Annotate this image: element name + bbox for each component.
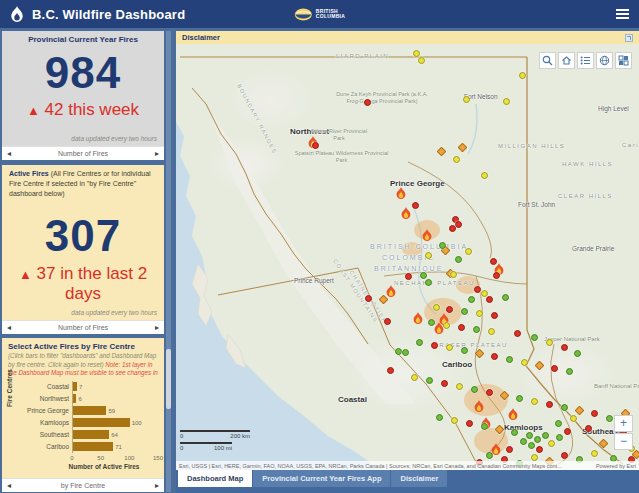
fire-dot-green[interactable]: [534, 436, 541, 443]
fire-dot-green[interactable]: [511, 429, 518, 436]
chart-bar-southeast[interactable]: [73, 430, 109, 439]
fire-dot-green[interactable]: [471, 386, 478, 393]
fire-dot-green[interactable]: [502, 294, 509, 301]
fire-dot-green[interactable]: [395, 348, 402, 355]
tab-dashboard-map[interactable]: Dashboard Map: [178, 470, 252, 487]
fire-dot-red[interactable]: [412, 202, 419, 209]
search-icon[interactable]: [539, 52, 556, 69]
fire-dot-red[interactable]: [441, 380, 448, 387]
pager-prev-icon[interactable]: ◂: [7, 482, 11, 490]
fire-dot-red[interactable]: [561, 452, 568, 459]
fire-of-note-flame-icon[interactable]: [473, 400, 485, 413]
fire-dot-red[interactable]: [491, 353, 498, 360]
fire-dot-yellow[interactable]: [446, 344, 453, 351]
pager-next-icon[interactable]: ▸: [155, 324, 159, 332]
fire-dot-yellow[interactable]: [411, 374, 418, 381]
fire-dot-yellow[interactable]: [453, 156, 460, 163]
menu-hamburger-icon[interactable]: [616, 9, 629, 19]
fire-dot-yellow[interactable]: [433, 304, 440, 311]
fire-dot-green[interactable]: [436, 414, 443, 421]
fire-of-note-flame-icon[interactable]: [412, 312, 424, 325]
fire-dot-green[interactable]: [439, 242, 446, 249]
fire-dot-green[interactable]: [481, 423, 488, 430]
fire-dot-green[interactable]: [516, 395, 523, 402]
fire-dot-red[interactable]: [506, 446, 513, 453]
fire-dot-green[interactable]: [402, 349, 409, 356]
fire-dot-green[interactable]: [455, 256, 462, 263]
pager-next-icon[interactable]: ▸: [155, 150, 159, 158]
fire-dot-red[interactable]: [561, 344, 568, 351]
fire-dot-red[interactable]: [449, 225, 456, 232]
fire-dot-red[interactable]: [365, 295, 372, 302]
fire-dot-yellow[interactable]: [481, 172, 488, 179]
fire-dot-red[interactable]: [364, 99, 371, 106]
fire-dot-red[interactable]: [387, 367, 394, 374]
layers-icon[interactable]: [615, 52, 632, 69]
chart-bar-prince-george[interactable]: [73, 406, 106, 415]
fire-dot-yellow[interactable]: [531, 454, 538, 461]
fire-dot-red[interactable]: [466, 420, 473, 427]
fire-dot-yellow[interactable]: [418, 57, 425, 64]
fire-dot-red[interactable]: [493, 272, 500, 279]
chart-bar-coastal[interactable]: [73, 382, 77, 391]
fire-dot-yellow[interactable]: [463, 96, 470, 103]
fire-dot-yellow[interactable]: [546, 339, 553, 346]
basemap-icon[interactable]: [596, 52, 613, 69]
fire-of-note-flame-icon[interactable]: [507, 408, 519, 421]
fire-dot-green[interactable]: [461, 308, 468, 315]
fire-dot-green[interactable]: [520, 438, 527, 445]
fire-dot-yellow[interactable]: [450, 271, 457, 278]
zoom-in-button[interactable]: +: [614, 415, 633, 432]
chart-bar-northwest[interactable]: [73, 394, 76, 403]
fire-dot-red[interactable]: [446, 306, 453, 313]
fire-dot-green[interactable]: [561, 404, 568, 411]
fire-dot-yellow[interactable]: [465, 248, 472, 255]
fire-dot-green[interactable]: [555, 420, 562, 427]
fire-dot-red[interactable]: [455, 221, 462, 228]
fire-dot-yellow[interactable]: [476, 310, 483, 317]
expand-icon[interactable]: [625, 34, 633, 42]
fire-of-note-flame-icon[interactable]: [385, 285, 397, 298]
fire-dot-green[interactable]: [528, 442, 535, 449]
home-icon[interactable]: [558, 52, 575, 69]
fire-dot-green[interactable]: [486, 452, 493, 459]
tab-provincial-current-year-fires-app[interactable]: Provincial Current Year Fires App: [253, 470, 390, 487]
fire-dot-yellow[interactable]: [456, 383, 463, 390]
fire-dot-red[interactable]: [585, 425, 592, 432]
dashboard-map[interactable]: + − 0200 km 0100 mi LIARD PLAINCaribouFo…: [176, 44, 639, 470]
sidebar-scrollbar[interactable]: [166, 31, 171, 492]
fire-dot-red[interactable]: [564, 428, 571, 435]
fire-dot-yellow[interactable]: [570, 415, 577, 422]
fire-of-note-flame-icon[interactable]: [421, 229, 433, 242]
chart-bar-cariboo[interactable]: [73, 442, 113, 451]
fire-dot-green[interactable]: [426, 377, 433, 384]
fire-dot-red[interactable]: [312, 142, 319, 149]
fire-dot-green[interactable]: [425, 279, 432, 286]
fire-dot-red[interactable]: [431, 342, 438, 349]
tab-disclaimer[interactable]: Disclaimer: [391, 470, 447, 487]
fire-dot-red[interactable]: [546, 401, 553, 408]
fire-dot-green[interactable]: [526, 432, 533, 439]
pager-prev-icon[interactable]: ◂: [7, 324, 11, 332]
fire-dot-red[interactable]: [384, 318, 391, 325]
fire-dot-yellow[interactable]: [413, 50, 420, 57]
zoom-out-button[interactable]: −: [614, 433, 633, 450]
fire-dot-green[interactable]: [531, 334, 538, 341]
fire-dot-green[interactable]: [606, 415, 613, 422]
fire-dot-green[interactable]: [428, 319, 435, 326]
fire-dot-yellow[interactable]: [519, 72, 526, 79]
pager-next-icon[interactable]: ▸: [155, 482, 159, 490]
fire-of-note-flame-icon[interactable]: [395, 187, 407, 200]
fire-dot-green[interactable]: [473, 326, 480, 333]
fire-dot-green[interactable]: [468, 296, 475, 303]
fire-dot-yellow[interactable]: [503, 98, 510, 105]
fire-dot-red[interactable]: [486, 296, 493, 303]
fire-dot-red[interactable]: [514, 330, 521, 337]
fire-dot-red[interactable]: [551, 365, 558, 372]
fire-dot-green[interactable]: [461, 347, 468, 354]
legend-icon[interactable]: [577, 52, 594, 69]
fire-dot-yellow[interactable]: [531, 398, 538, 405]
fire-dot-red[interactable]: [536, 446, 543, 453]
fire-dot-green[interactable]: [566, 368, 573, 375]
fire-dot-green[interactable]: [506, 356, 513, 363]
